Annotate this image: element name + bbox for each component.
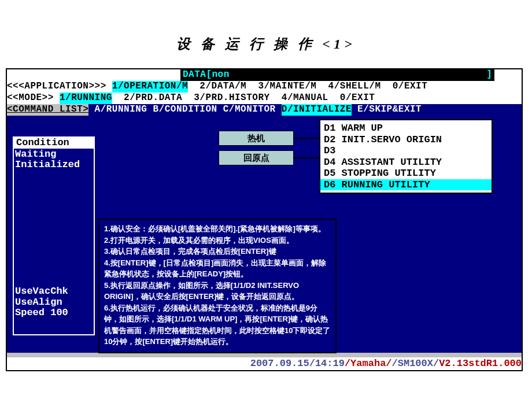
data-caption: DATA[non ] [180, 69, 494, 81]
menu-item-d6[interactable]: D6 RUNNING UTILITY [320, 179, 492, 191]
condition-panel: Condition Waiting Initialized UseVacChk … [13, 136, 95, 335]
status-bar: 2007.09.15/14:19 /Yamaha/ /SM100X/ V2.13… [7, 357, 522, 370]
mode-label: <<MODE>> [7, 93, 60, 104]
command-after: E/SKIP&EXIT [352, 104, 422, 116]
status-vendor: /Yamaha/ [345, 359, 392, 370]
mode-row: <<MODE>> 1/RUNNING 2/PRD.DATA 3/PRD.HIST… [7, 93, 522, 104]
menu-item-d5[interactable]: D5 STOPPING UTILITY [324, 168, 488, 179]
application-rest: 2/DATA/M 3/MAINTE/M 4/SHELL/M 0/EXIT [188, 81, 427, 93]
application-selected[interactable]: 1/OPERATION/M [112, 81, 188, 93]
terminal-window: DATA[non ] <<<APPLICATION>>> 1/OPERATION… [6, 68, 523, 371]
terminal-body: Condition Waiting Initialized UseVacChk … [7, 116, 522, 353]
menu-item-d1[interactable]: D1 WARM UP [324, 123, 488, 134]
application-row: <<<APPLICATION>>> 1/OPERATION/M 2/DATA/M… [7, 81, 522, 93]
popup-origin-button[interactable]: 回原点 [219, 150, 294, 165]
mode-rest: 2/PRD.DATA 3/PRD.HISTORY 4/MANUAL 0/EXIT [112, 93, 375, 104]
command-label: <COMMAND LIST> [7, 104, 88, 116]
command-selected[interactable]: D/INITIALIZE [282, 104, 352, 116]
initialize-menu[interactable]: D1 WARM UP D2 INIT.SERVO ORIGIN D3 D4 AS… [319, 119, 493, 194]
condition-line: Initialized [15, 160, 93, 171]
condition-line: UseAlign [15, 297, 93, 308]
instructions-block: 1.确认安全：必须确认[机盖被全部关闭].[紧急停机被解除]等事项。 2.打开电… [98, 219, 337, 353]
data-row: DATA[non ] [7, 69, 522, 81]
menu-item-d4[interactable]: D4 ASSISTANT UTILITY [324, 157, 488, 168]
application-label: <<<APPLICATION>>> [7, 81, 112, 93]
condition-line: Speed 100 [15, 308, 93, 319]
condition-head: Condition [14, 138, 94, 149]
frame-strip [7, 353, 522, 357]
page-title: 设 备 运 行 操 作 <1> [0, 0, 532, 64]
command-row: <COMMAND LIST> A/RUNNING B/CONDITION C/M… [7, 104, 522, 116]
mode-selected[interactable]: 1/RUNNING [60, 93, 112, 104]
status-version: V2.13stdR1.000 [439, 359, 522, 370]
menu-item-d3[interactable]: D3 [324, 145, 488, 157]
menu-item-d2[interactable]: D2 INIT.SERVO ORIGIN [324, 134, 488, 146]
status-model: /SM100X/ [392, 359, 439, 370]
command-before: A/RUNNING B/CONDITION C/MONITOR [88, 104, 281, 116]
condition-line: UseVacChk [15, 286, 93, 297]
popup-warmup-button[interactable]: 热机 [219, 131, 294, 146]
status-datetime: 2007.09.15/14:19 [250, 359, 345, 370]
condition-line: Waiting [15, 149, 93, 160]
